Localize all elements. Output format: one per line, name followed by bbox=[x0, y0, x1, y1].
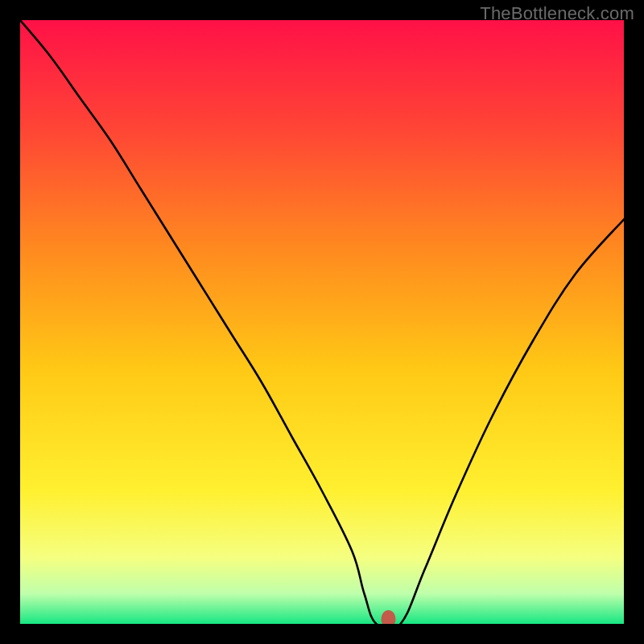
bottleneck-svg bbox=[20, 20, 624, 624]
chart-frame: TheBottleneck.com bbox=[0, 0, 644, 644]
gradient-background bbox=[20, 20, 624, 624]
watermark-text: TheBottleneck.com bbox=[480, 3, 634, 24]
bottleneck-plot bbox=[20, 20, 624, 624]
